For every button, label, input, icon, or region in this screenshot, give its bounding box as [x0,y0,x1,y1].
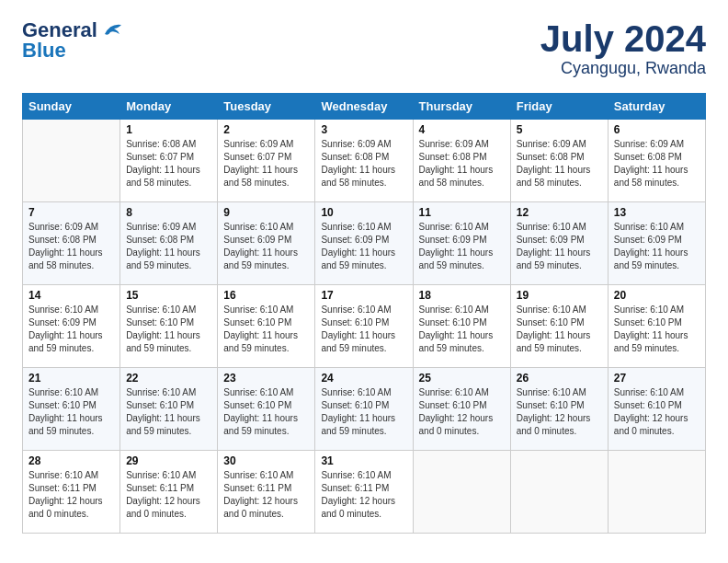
day-info: Sunrise: 6:10 AM Sunset: 6:10 PM Dayligh… [126,386,211,438]
calendar-cell: 12Sunrise: 6:10 AM Sunset: 6:09 PM Dayli… [510,202,608,285]
day-info: Sunrise: 6:09 AM Sunset: 6:07 PM Dayligh… [223,138,309,190]
calendar-table: SundayMondayTuesdayWednesdayThursdayFrid… [22,93,706,534]
col-header-sunday: Sunday [23,94,120,120]
day-number: 23 [223,372,309,385]
day-info: Sunrise: 6:10 AM Sunset: 6:10 PM Dayligh… [419,304,505,355]
calendar-cell: 10Sunrise: 6:10 AM Sunset: 6:09 PM Dayli… [315,202,413,285]
day-number: 19 [517,289,602,302]
day-info: Sunrise: 6:08 AM Sunset: 6:07 PM Dayligh… [126,138,211,190]
day-number: 21 [28,372,114,385]
day-number: 9 [223,206,309,219]
day-info: Sunrise: 6:10 AM Sunset: 6:11 PM Dayligh… [223,469,309,521]
day-number: 10 [321,206,406,219]
day-number: 11 [419,206,505,219]
calendar-cell [413,451,510,534]
day-info: Sunrise: 6:10 AM Sunset: 6:10 PM Dayligh… [126,304,211,355]
calendar-cell [23,120,120,202]
day-number: 25 [419,372,505,385]
calendar-cell: 14Sunrise: 6:10 AM Sunset: 6:09 PM Dayli… [23,285,120,368]
day-number: 16 [223,289,309,302]
day-number: 8 [126,206,211,219]
calendar-cell: 30Sunrise: 6:10 AM Sunset: 6:11 PM Dayli… [218,451,315,534]
day-number: 1 [126,123,211,136]
calendar-cell: 28Sunrise: 6:10 AM Sunset: 6:11 PM Dayli… [23,451,120,534]
col-header-saturday: Saturday [608,94,705,120]
col-header-tuesday: Tuesday [218,94,315,120]
day-number: 5 [517,123,602,136]
day-number: 15 [126,289,211,302]
calendar-cell: 5Sunrise: 6:09 AM Sunset: 6:08 PM Daylig… [510,120,608,202]
calendar-cell: 13Sunrise: 6:10 AM Sunset: 6:09 PM Dayli… [608,202,705,285]
calendar-cell: 9Sunrise: 6:10 AM Sunset: 6:09 PM Daylig… [218,202,315,285]
day-info: Sunrise: 6:10 AM Sunset: 6:09 PM Dayligh… [223,221,309,272]
calendar-cell: 16Sunrise: 6:10 AM Sunset: 6:10 PM Dayli… [218,285,315,368]
day-number: 17 [321,289,406,302]
calendar-cell: 24Sunrise: 6:10 AM Sunset: 6:10 PM Dayli… [315,368,413,451]
day-info: Sunrise: 6:10 AM Sunset: 6:10 PM Dayligh… [223,304,309,355]
day-info: Sunrise: 6:09 AM Sunset: 6:08 PM Dayligh… [419,138,505,190]
logo-blue-text: Blue [22,39,66,63]
day-info: Sunrise: 6:10 AM Sunset: 6:11 PM Dayligh… [321,469,406,521]
calendar-cell [608,451,705,534]
day-number: 12 [517,206,602,219]
day-number: 29 [126,454,211,467]
day-info: Sunrise: 6:10 AM Sunset: 6:10 PM Dayligh… [517,304,602,355]
day-number: 30 [223,454,309,467]
day-info: Sunrise: 6:09 AM Sunset: 6:08 PM Dayligh… [321,138,406,190]
week-row-1: 1Sunrise: 6:08 AM Sunset: 6:07 PM Daylig… [23,120,706,202]
day-info: Sunrise: 6:09 AM Sunset: 6:08 PM Dayligh… [517,138,602,190]
day-info: Sunrise: 6:10 AM Sunset: 6:10 PM Dayligh… [223,386,309,438]
day-number: 2 [223,123,309,136]
month-title: July 2024 [540,18,706,59]
day-info: Sunrise: 6:10 AM Sunset: 6:09 PM Dayligh… [28,304,114,355]
week-row-5: 28Sunrise: 6:10 AM Sunset: 6:11 PM Dayli… [23,451,706,534]
calendar-cell: 27Sunrise: 6:10 AM Sunset: 6:10 PM Dayli… [608,368,705,451]
day-info: Sunrise: 6:10 AM Sunset: 6:10 PM Dayligh… [321,304,406,355]
day-number: 7 [28,206,114,219]
day-number: 6 [614,123,700,136]
day-number: 14 [28,289,114,302]
calendar-cell: 22Sunrise: 6:10 AM Sunset: 6:10 PM Dayli… [120,368,218,451]
day-number: 28 [28,454,114,467]
page-header: General Blue July 2024 Cyangugu, Rwanda [22,18,706,78]
calendar-cell: 1Sunrise: 6:08 AM Sunset: 6:07 PM Daylig… [120,120,218,202]
day-number: 27 [614,372,700,385]
week-row-3: 14Sunrise: 6:10 AM Sunset: 6:09 PM Dayli… [23,285,706,368]
day-number: 18 [419,289,505,302]
day-number: 13 [614,206,700,219]
day-info: Sunrise: 6:10 AM Sunset: 6:10 PM Dayligh… [419,386,505,438]
calendar-cell: 20Sunrise: 6:10 AM Sunset: 6:10 PM Dayli… [608,285,705,368]
calendar-cell: 6Sunrise: 6:09 AM Sunset: 6:08 PM Daylig… [608,120,705,202]
day-number: 22 [126,372,211,385]
location-subtitle: Cyangugu, Rwanda [540,59,706,78]
col-header-monday: Monday [120,94,218,120]
week-row-4: 21Sunrise: 6:10 AM Sunset: 6:10 PM Dayli… [23,368,706,451]
calendar-cell: 4Sunrise: 6:09 AM Sunset: 6:08 PM Daylig… [413,120,510,202]
day-info: Sunrise: 6:10 AM Sunset: 6:11 PM Dayligh… [126,469,211,521]
day-info: Sunrise: 6:10 AM Sunset: 6:09 PM Dayligh… [614,221,700,272]
calendar-cell: 21Sunrise: 6:10 AM Sunset: 6:10 PM Dayli… [23,368,120,451]
logo: General Blue [22,18,125,63]
calendar-cell: 11Sunrise: 6:10 AM Sunset: 6:09 PM Dayli… [413,202,510,285]
title-area: July 2024 Cyangugu, Rwanda [540,18,706,78]
day-info: Sunrise: 6:10 AM Sunset: 6:11 PM Dayligh… [28,469,114,521]
day-info: Sunrise: 6:09 AM Sunset: 6:08 PM Dayligh… [28,221,114,272]
calendar-cell: 31Sunrise: 6:10 AM Sunset: 6:11 PM Dayli… [315,451,413,534]
day-number: 20 [614,289,700,302]
day-info: Sunrise: 6:10 AM Sunset: 6:09 PM Dayligh… [321,221,406,272]
day-info: Sunrise: 6:10 AM Sunset: 6:10 PM Dayligh… [517,386,602,438]
logo-bird-icon [101,21,125,40]
day-number: 31 [321,454,406,467]
day-info: Sunrise: 6:10 AM Sunset: 6:09 PM Dayligh… [517,221,602,272]
day-number: 26 [517,372,602,385]
day-info: Sunrise: 6:10 AM Sunset: 6:09 PM Dayligh… [419,221,505,272]
calendar-cell: 18Sunrise: 6:10 AM Sunset: 6:10 PM Dayli… [413,285,510,368]
calendar-cell: 19Sunrise: 6:10 AM Sunset: 6:10 PM Dayli… [510,285,608,368]
calendar-cell: 7Sunrise: 6:09 AM Sunset: 6:08 PM Daylig… [23,202,120,285]
calendar-cell: 2Sunrise: 6:09 AM Sunset: 6:07 PM Daylig… [218,120,315,202]
col-header-wednesday: Wednesday [315,94,413,120]
day-number: 4 [419,123,505,136]
calendar-cell: 23Sunrise: 6:10 AM Sunset: 6:10 PM Dayli… [218,368,315,451]
calendar-cell: 25Sunrise: 6:10 AM Sunset: 6:10 PM Dayli… [413,368,510,451]
day-number: 3 [321,123,406,136]
